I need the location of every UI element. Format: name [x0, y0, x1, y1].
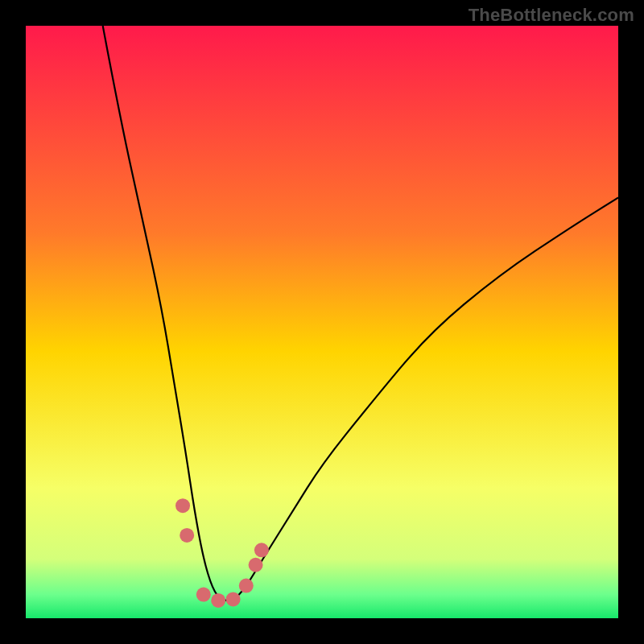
- marker-point: [226, 592, 241, 606]
- watermark-label: TheBottleneck.com: [469, 5, 634, 26]
- marker-point: [175, 498, 190, 513]
- marker-point: [254, 543, 269, 557]
- gradient-background: [26, 26, 618, 618]
- marker-point: [196, 588, 211, 602]
- marker-point: [239, 579, 254, 593]
- marker-point: [180, 528, 194, 543]
- chart-svg: [26, 26, 618, 618]
- chart-frame: TheBottleneck.com: [0, 0, 644, 644]
- marker-point: [211, 593, 225, 608]
- plot-area: [26, 26, 618, 618]
- marker-point: [249, 558, 263, 572]
